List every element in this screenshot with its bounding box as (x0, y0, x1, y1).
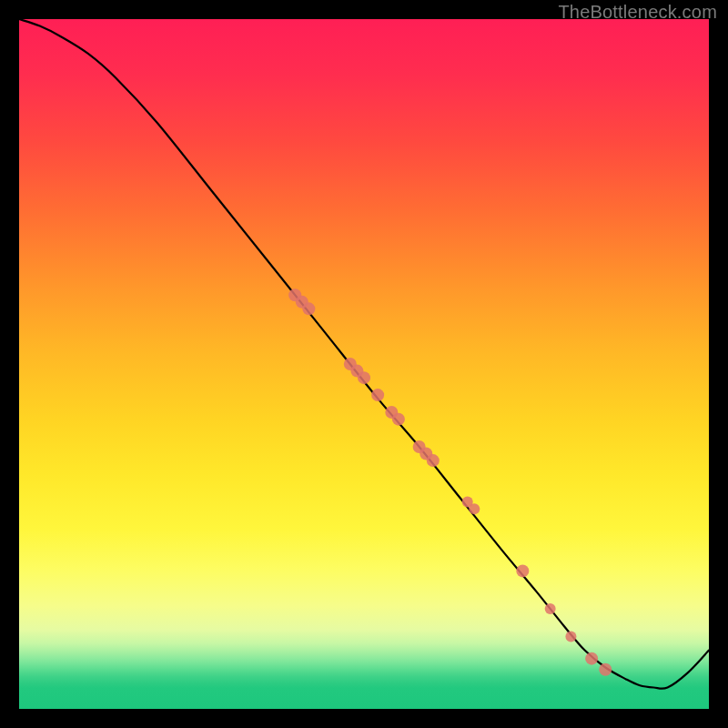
highlighted-point (545, 603, 556, 614)
highlighted-point (585, 652, 598, 665)
bottleneck-curve-line (19, 19, 709, 689)
highlighted-point (469, 503, 480, 514)
highlighted-point (371, 389, 384, 401)
highlighted-point (599, 663, 612, 676)
plot-area (19, 19, 709, 709)
highlighted-point (358, 371, 370, 384)
chart-frame: TheBottleneck.com (0, 0, 728, 728)
highlighted-point (427, 454, 440, 467)
chart-svg (19, 19, 709, 709)
highlighted-point (392, 413, 405, 426)
highlighted-point (565, 631, 576, 642)
highlighted-point (302, 302, 315, 315)
highlighted-point (516, 564, 529, 577)
